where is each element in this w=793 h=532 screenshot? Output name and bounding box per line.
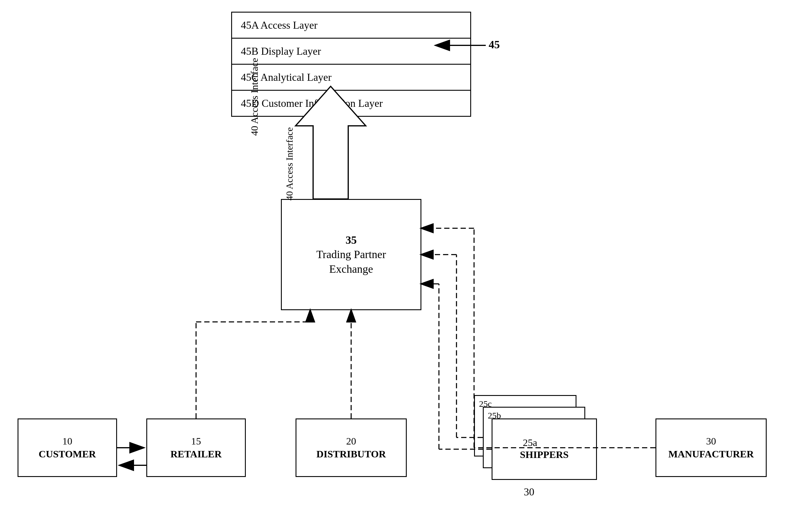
layer-stack: 45A Access Layer 45B Display Layer 45C A… — [231, 12, 471, 117]
layer-45d: 45D Customer Information Layer — [232, 91, 470, 116]
customer-box: 10 CUSTOMER — [18, 418, 117, 477]
retailer-label: RETAILER — [170, 448, 221, 461]
trading-partner-box: 35 Trading Partner Exchange — [281, 199, 421, 310]
distributor-number: 20 — [316, 435, 386, 448]
label-45: 45 — [489, 38, 500, 51]
shippers-a-label: SHIPPERS — [520, 448, 568, 461]
manufacturer-box: 30 MANUFACTURER — [656, 418, 767, 477]
diagram-container: 45A Access Layer 45B Display Layer 45C A… — [0, 0, 793, 532]
tp-line1: Trading Partner — [316, 247, 386, 262]
tp-line2: Exchange — [316, 262, 386, 276]
distributor-box: 20 DISTRIBUTOR — [295, 418, 407, 477]
layer-45c: 45C Analytical Layer — [232, 65, 470, 91]
retailer-box: 15 RETAILER — [146, 418, 246, 477]
tp-number: 35 — [316, 233, 386, 247]
manufacturer-number: 30 — [668, 435, 754, 448]
layer-45a: 45A Access Layer — [232, 13, 470, 39]
retailer-number: 15 — [170, 435, 221, 448]
distributor-label: DISTRIBUTOR — [316, 448, 386, 461]
shippers-25a: 25a SHIPPERS — [491, 418, 597, 480]
customer-label: CUSTOMER — [39, 448, 96, 461]
access-interface-label: 40 Access Interface — [284, 127, 295, 201]
shippers-a-number: 25a — [520, 437, 568, 448]
access-interface-text: 40 Access Interface — [249, 60, 260, 136]
customer-number: 10 — [39, 435, 96, 448]
manufacturer-label: MANUFACTURER — [668, 448, 754, 461]
layer-45b: 45B Display Layer — [232, 39, 470, 65]
shippers-group-label: 30 — [524, 486, 534, 498]
